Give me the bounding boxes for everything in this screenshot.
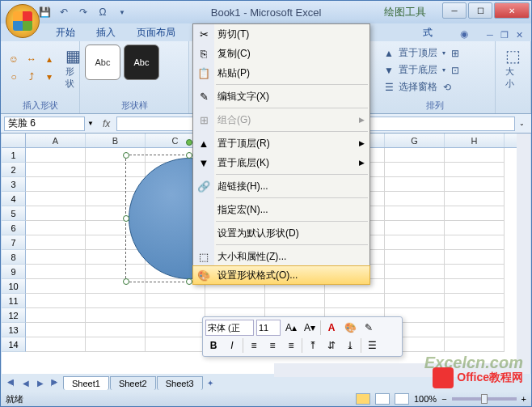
sheet-tab-2[interactable]: Sheet2 xyxy=(110,376,156,390)
shrink-font-icon[interactable]: A▾ xyxy=(302,320,318,336)
tab-format[interactable]: 式 xyxy=(413,24,442,41)
mdi-minimize[interactable]: ─ xyxy=(483,28,497,41)
selection-pane-button[interactable]: ☰选择窗格 ⟲ xyxy=(379,78,490,95)
row-head[interactable]: 6 xyxy=(2,221,26,235)
row-head[interactable]: 10 xyxy=(2,279,26,294)
ctx-set-default[interactable]: 设置为默认形状(D) xyxy=(193,223,369,243)
col-a[interactable]: A xyxy=(26,134,86,147)
sheet-tab-1[interactable]: Sheet1 xyxy=(63,376,109,390)
resize-handle[interactable] xyxy=(123,278,129,285)
vertical-scrollbar[interactable] xyxy=(517,134,530,374)
align-bottom-icon[interactable]: ⤓ xyxy=(342,337,358,354)
style-preset-light[interactable]: Abc xyxy=(85,45,120,80)
tab-nav-prev-icon[interactable]: ◀ xyxy=(19,375,33,390)
row-head[interactable]: 11 xyxy=(2,294,26,308)
zoom-slider[interactable] xyxy=(452,397,517,401)
view-pagebreak-icon[interactable] xyxy=(395,393,409,405)
resize-handle[interactable] xyxy=(123,152,129,159)
bring-to-front-button[interactable]: ▲置于顶层▾ ⊞ xyxy=(379,45,490,61)
zoom-out-icon[interactable]: − xyxy=(441,394,446,404)
row-head[interactable]: 4 xyxy=(2,192,26,206)
shape-scroll-down-icon[interactable]: ▾ xyxy=(41,69,57,85)
col-b[interactable]: B xyxy=(86,134,146,147)
help-icon[interactable]: ◉ xyxy=(450,27,478,41)
col-h[interactable]: H xyxy=(445,134,505,147)
rotate-handle[interactable] xyxy=(186,139,192,146)
row-head[interactable]: 12 xyxy=(2,308,26,323)
minimize-button[interactable]: ─ xyxy=(442,2,467,19)
shape-arrow-icon[interactable]: ↔ xyxy=(23,51,40,67)
select-all-corner[interactable] xyxy=(2,134,26,147)
ctx-copy[interactable]: ⎘复制(C) xyxy=(193,44,369,63)
ctx-bring-front[interactable]: ▲置于顶层(R)▶ xyxy=(193,134,369,153)
mdi-close[interactable]: ✕ xyxy=(512,28,526,41)
shape-smiley-icon[interactable]: ☺ xyxy=(6,51,22,67)
rotate-icon[interactable]: ⟲ xyxy=(441,81,454,94)
bold-icon[interactable]: B xyxy=(205,337,222,354)
style-preset-dark[interactable]: Abc xyxy=(124,45,159,80)
italic-icon[interactable]: I xyxy=(224,337,240,354)
formula-expand-icon[interactable]: ⌄ xyxy=(515,120,528,127)
undo-icon[interactable]: ↶ xyxy=(56,4,72,20)
zoom-in-icon[interactable]: + xyxy=(521,394,526,404)
new-sheet-icon[interactable]: ✦ xyxy=(203,375,217,390)
send-to-back-button[interactable]: ▼置于底层▾ ⊡ xyxy=(379,61,490,78)
fx-icon[interactable]: fx xyxy=(96,118,116,129)
resize-handle[interactable] xyxy=(186,152,192,159)
resize-handle[interactable] xyxy=(123,215,129,222)
align-middle-icon[interactable]: ⇵ xyxy=(323,337,340,354)
omega-icon[interactable]: Ω xyxy=(95,4,111,20)
shape-scroll-up-icon[interactable]: ▴ xyxy=(41,51,57,67)
row-head[interactable]: 2 xyxy=(2,163,26,177)
resize-handle[interactable] xyxy=(186,278,192,285)
tab-nav-next-icon[interactable]: ▶ xyxy=(33,375,48,390)
mdi-restore[interactable]: ❐ xyxy=(497,28,512,41)
tab-nav-last-icon[interactable]: ⯈ xyxy=(48,375,62,390)
ctx-assign-macro[interactable]: 指定宏(N)... xyxy=(193,200,369,219)
close-button[interactable]: ✕ xyxy=(494,2,530,19)
row-head[interactable]: 13 xyxy=(2,323,26,337)
bullets-icon[interactable]: ☰ xyxy=(364,337,380,354)
shape-circle-icon[interactable]: ○ xyxy=(6,69,22,85)
sheet-tab-3[interactable]: Sheet3 xyxy=(157,376,203,390)
view-layout-icon[interactable] xyxy=(375,393,390,405)
maximize-button[interactable]: ☐ xyxy=(468,2,492,19)
view-normal-icon[interactable] xyxy=(356,393,370,405)
fill-color-icon[interactable]: 🎨 xyxy=(342,320,358,336)
col-g[interactable]: G xyxy=(385,134,445,147)
size-button[interactable]: ⬚ 大小 xyxy=(500,45,526,91)
ctx-format-shape[interactable]: 🎨设置形状格式(O)... xyxy=(192,265,370,285)
namebox-dropdown-icon[interactable]: ▼ xyxy=(85,120,96,127)
row-head[interactable]: 8 xyxy=(2,250,26,265)
row-head[interactable]: 7 xyxy=(2,235,26,250)
align-icon[interactable]: ⊞ xyxy=(449,47,462,60)
office-button[interactable] xyxy=(6,4,40,38)
ctx-paste[interactable]: 📋粘贴(P) xyxy=(193,63,369,83)
row-head[interactable]: 14 xyxy=(2,337,26,352)
group-icon[interactable]: ⊡ xyxy=(449,64,462,77)
row-head[interactable]: 5 xyxy=(2,206,26,221)
align-center-icon[interactable]: ≡ xyxy=(264,337,281,354)
tab-home[interactable]: 开始 xyxy=(46,24,85,41)
redo-icon[interactable]: ↷ xyxy=(75,4,91,20)
ctx-cut[interactable]: ✂剪切(T) xyxy=(193,24,369,44)
font-color-icon[interactable]: A xyxy=(323,320,340,336)
ctx-edit-text[interactable]: ✎编辑文字(X) xyxy=(193,87,369,106)
row-head[interactable]: 9 xyxy=(2,265,26,279)
zoom-thumb[interactable] xyxy=(481,394,488,404)
name-box[interactable]: 笑脸 6 xyxy=(4,117,85,131)
font-selector[interactable]: 宋体 (正 xyxy=(205,320,254,336)
tab-page-layout[interactable]: 页面布局 xyxy=(127,24,185,41)
font-size-selector[interactable]: 11 xyxy=(256,320,281,336)
qat-dropdown-icon[interactable]: ▼ xyxy=(114,4,130,20)
row-head[interactable]: 1 xyxy=(2,148,26,163)
tab-insert[interactable]: 插入 xyxy=(87,24,125,41)
align-top-icon[interactable]: ⤒ xyxy=(305,337,321,354)
zoom-level[interactable]: 100% xyxy=(414,394,437,404)
grow-font-icon[interactable]: A▴ xyxy=(283,320,299,336)
outline-icon[interactable]: ✎ xyxy=(361,320,377,336)
tab-nav-first-icon[interactable]: ⯇ xyxy=(4,375,19,390)
ctx-hyperlink[interactable]: 🔗超链接(H)... xyxy=(193,176,369,196)
shape-connector-icon[interactable]: ⤴ xyxy=(23,69,40,85)
align-right-icon[interactable]: ≡ xyxy=(283,337,299,354)
